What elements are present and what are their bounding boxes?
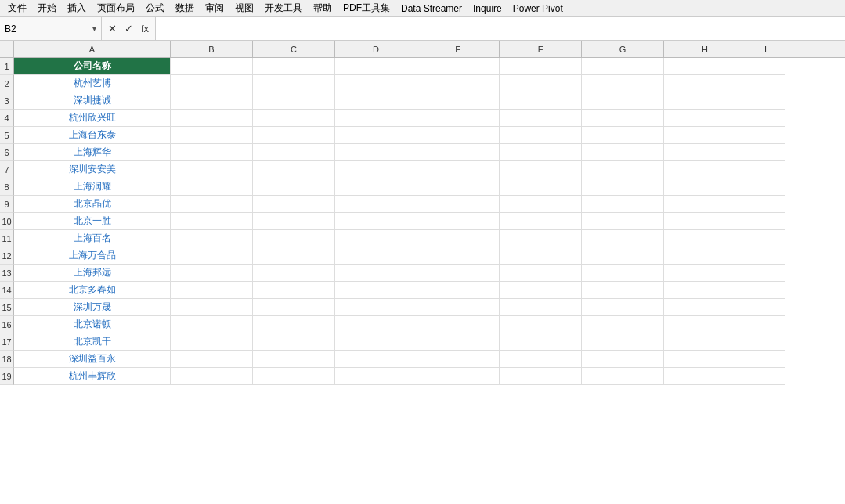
cell-G9[interactable] xyxy=(582,196,664,213)
cell-F2[interactable] xyxy=(500,75,582,92)
cell-C16[interactable] xyxy=(253,316,335,333)
menu-item-0[interactable]: 文件 xyxy=(3,0,31,16)
menu-item-9[interactable]: 帮助 xyxy=(309,0,337,16)
cell-C17[interactable] xyxy=(253,333,335,351)
cell-C8[interactable] xyxy=(253,178,335,196)
cell-F19[interactable] xyxy=(500,368,582,385)
col-header-D[interactable]: D xyxy=(335,41,417,57)
cell-A10[interactable]: 北京一胜 xyxy=(14,213,171,230)
cell-C4[interactable] xyxy=(253,110,335,127)
cell-I7[interactable] xyxy=(746,161,785,178)
cell-D7[interactable] xyxy=(335,161,417,178)
row-header-5[interactable]: 5 xyxy=(0,127,14,144)
row-header-8[interactable]: 8 xyxy=(0,178,14,196)
cell-A9[interactable]: 北京晶优 xyxy=(14,196,171,213)
name-box-input[interactable]: B2 xyxy=(5,23,75,34)
cell-E1[interactable] xyxy=(417,58,500,75)
cell-E9[interactable] xyxy=(417,196,500,213)
cell-A14[interactable]: 北京多春如 xyxy=(14,282,171,299)
cell-B14[interactable] xyxy=(171,282,253,299)
cell-B16[interactable] xyxy=(171,316,253,333)
cell-E19[interactable] xyxy=(417,368,500,385)
cell-H17[interactable] xyxy=(664,333,746,351)
cell-A8[interactable]: 上海润耀 xyxy=(14,178,171,196)
cell-B15[interactable] xyxy=(171,299,253,316)
cell-A1[interactable]: 公司名称 xyxy=(14,58,171,75)
cell-D16[interactable] xyxy=(335,316,417,333)
cell-A2[interactable]: 杭州艺博 xyxy=(14,75,171,92)
cell-E12[interactable] xyxy=(417,247,500,265)
col-header-A[interactable]: A xyxy=(14,41,171,57)
cell-D11[interactable] xyxy=(335,230,417,247)
cell-E3[interactable] xyxy=(417,92,500,110)
col-header-E[interactable]: E xyxy=(417,41,500,57)
menu-item-8[interactable]: 开发工具 xyxy=(260,0,307,16)
cell-G8[interactable] xyxy=(582,178,664,196)
cell-F3[interactable] xyxy=(500,92,582,110)
cell-I19[interactable] xyxy=(746,368,785,385)
cell-C6[interactable] xyxy=(253,144,335,161)
cell-B2[interactable] xyxy=(171,75,253,92)
cell-D13[interactable] xyxy=(335,265,417,282)
menu-item-5[interactable]: 数据 xyxy=(171,0,199,16)
cell-I1[interactable] xyxy=(746,58,785,75)
cell-B17[interactable] xyxy=(171,333,253,351)
cell-H2[interactable] xyxy=(664,75,746,92)
cell-A11[interactable]: 上海百名 xyxy=(14,230,171,247)
cell-C14[interactable] xyxy=(253,282,335,299)
cell-H8[interactable] xyxy=(664,178,746,196)
row-header-1[interactable]: 1 xyxy=(0,58,14,75)
row-header-4[interactable]: 4 xyxy=(0,110,14,127)
row-header-18[interactable]: 18 xyxy=(0,351,14,368)
cell-D3[interactable] xyxy=(335,92,417,110)
row-header-11[interactable]: 11 xyxy=(0,230,14,247)
cell-C10[interactable] xyxy=(253,213,335,230)
row-header-16[interactable]: 16 xyxy=(0,316,14,333)
cell-E6[interactable] xyxy=(417,144,500,161)
menu-item-2[interactable]: 插入 xyxy=(63,0,91,16)
cell-G18[interactable] xyxy=(582,351,664,368)
cell-I11[interactable] xyxy=(746,230,785,247)
menu-item-6[interactable]: 审阅 xyxy=(200,0,229,16)
cell-H7[interactable] xyxy=(664,161,746,178)
cell-I5[interactable] xyxy=(746,127,785,144)
cell-H15[interactable] xyxy=(664,299,746,316)
cell-G4[interactable] xyxy=(582,110,664,127)
menu-item-3[interactable]: 页面布局 xyxy=(92,0,139,16)
col-header-C[interactable]: C xyxy=(253,41,335,57)
cell-E14[interactable] xyxy=(417,282,500,299)
cell-B7[interactable] xyxy=(171,161,253,178)
cell-I4[interactable] xyxy=(746,110,785,127)
confirm-formula-button[interactable]: ✓ xyxy=(121,21,136,37)
cell-H14[interactable] xyxy=(664,282,746,299)
cell-D1[interactable] xyxy=(335,58,417,75)
cell-G3[interactable] xyxy=(582,92,664,110)
cell-A17[interactable]: 北京凯干 xyxy=(14,333,171,351)
cell-D5[interactable] xyxy=(335,127,417,144)
row-header-10[interactable]: 10 xyxy=(0,213,14,230)
cell-D9[interactable] xyxy=(335,196,417,213)
cell-B3[interactable] xyxy=(171,92,253,110)
cell-B11[interactable] xyxy=(171,230,253,247)
cell-F5[interactable] xyxy=(500,127,582,144)
cell-F14[interactable] xyxy=(500,282,582,299)
cell-E2[interactable] xyxy=(417,75,500,92)
cell-C3[interactable] xyxy=(253,92,335,110)
cell-C19[interactable] xyxy=(253,368,335,385)
cell-B1[interactable] xyxy=(171,58,253,75)
cell-C9[interactable] xyxy=(253,196,335,213)
cell-C11[interactable] xyxy=(253,230,335,247)
menu-item-10[interactable]: PDF工具集 xyxy=(338,0,395,16)
cell-H18[interactable] xyxy=(664,351,746,368)
cell-H5[interactable] xyxy=(664,127,746,144)
cell-I10[interactable] xyxy=(746,213,785,230)
cell-D17[interactable] xyxy=(335,333,417,351)
cell-F15[interactable] xyxy=(500,299,582,316)
cell-I15[interactable] xyxy=(746,299,785,316)
cell-G16[interactable] xyxy=(582,316,664,333)
cell-B19[interactable] xyxy=(171,368,253,385)
cell-I18[interactable] xyxy=(746,351,785,368)
cell-D2[interactable] xyxy=(335,75,417,92)
cell-G17[interactable] xyxy=(582,333,664,351)
cell-D18[interactable] xyxy=(335,351,417,368)
